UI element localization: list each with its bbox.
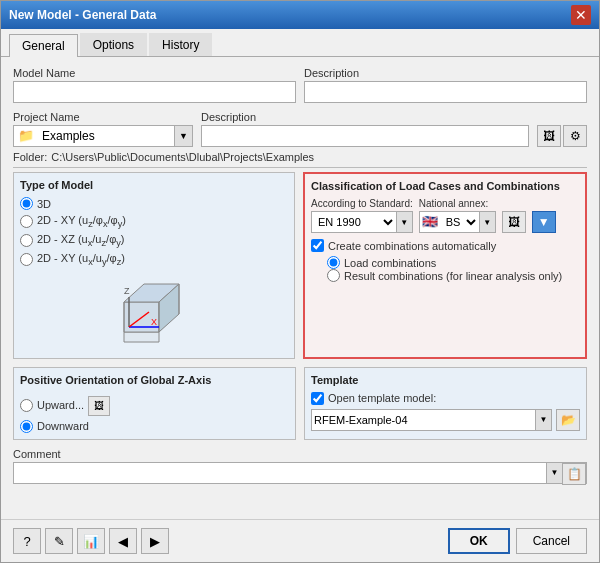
template-browse-btn[interactable]: 📂	[556, 409, 580, 431]
project-select[interactable]: Examples	[38, 126, 174, 146]
project-desc-input[interactable]: Sample structures	[201, 125, 529, 147]
tab-options[interactable]: Options	[80, 33, 147, 56]
radio-2d-xz-row: 2D - XZ (ux/uz/φy)	[20, 233, 288, 248]
footer-icon-buttons: ? ✎ 📊 ◀ ▶	[13, 528, 169, 554]
open-template-row: Open template model:	[311, 392, 580, 405]
help-btn[interactable]: ?	[13, 528, 41, 554]
window-title: New Model - General Data	[9, 8, 156, 22]
project-select-wrapper: 📁 Examples ▼	[13, 125, 193, 147]
combination-type-group: Load combinations Result combinations (f…	[327, 256, 579, 282]
standard-label: According to Standard:	[311, 198, 413, 209]
type-of-model-title: Type of Model	[20, 179, 288, 191]
classification-panel: Classification of Load Cases and Combina…	[303, 172, 587, 359]
standard-row: According to Standard: EN 1990 ▼ Nationa…	[311, 198, 579, 233]
bottom-panels: Positive Orientation of Global Z-Axis Up…	[13, 367, 587, 440]
radio-2d-xy2-row: 2D - XY (ux/uy/φz)	[20, 252, 288, 267]
radio-2d-xz-label: 2D - XZ (ux/uz/φy)	[37, 233, 125, 248]
model-name-input[interactable]	[13, 81, 296, 103]
template-select[interactable]: RFEM-Example-04	[312, 410, 535, 430]
model-type-radio-group: 3D 2D - XY (uz/φx/φy) 2D - XZ (ux/uz/φy)…	[20, 197, 288, 268]
description-input[interactable]	[304, 81, 587, 103]
main-window: New Model - General Data ✕ General Optio…	[0, 0, 600, 563]
project-select-arrow[interactable]: ▼	[174, 126, 192, 146]
tab-history[interactable]: History	[149, 33, 212, 56]
create-combinations-checkbox[interactable]	[311, 239, 324, 252]
chart-btn[interactable]: 📊	[77, 528, 105, 554]
radio-2d-xz[interactable]	[20, 234, 33, 247]
radio-2d-xy-row: 2D - XY (uz/φx/φy)	[20, 214, 288, 229]
svg-text:Z: Z	[124, 286, 130, 296]
upward-row: Upward... 🖼	[20, 396, 289, 416]
tab-bar: General Options History	[1, 29, 599, 57]
svg-marker-1	[124, 332, 159, 342]
open-template-checkbox[interactable]	[311, 392, 324, 405]
radio-result-combinations[interactable]	[327, 269, 340, 282]
z-axis-title: Positive Orientation of Global Z-Axis	[20, 374, 289, 386]
forward-btn[interactable]: ▶	[141, 528, 169, 554]
close-button[interactable]: ✕	[571, 5, 591, 25]
project-browse-btn[interactable]: 🖼	[537, 125, 561, 147]
svg-text:X: X	[151, 317, 157, 327]
title-bar: New Model - General Data ✕	[1, 1, 599, 29]
project-settings-btn[interactable]: ⚙	[563, 125, 587, 147]
template-panel: Template Open template model: RFEM-Examp…	[304, 367, 587, 440]
tab-general[interactable]: General	[9, 34, 78, 57]
model-name-label: Model Name	[13, 67, 296, 79]
comment-input-wrapper: ▼ 📋	[13, 462, 587, 484]
comment-btn[interactable]: 📋	[562, 463, 586, 485]
radio-upward[interactable]	[20, 399, 33, 412]
folder-label: Folder:	[13, 151, 47, 163]
annex-select[interactable]: BS	[440, 212, 479, 232]
project-desc-label: Description	[201, 111, 529, 123]
annex-flag: 🇬🇧	[420, 212, 440, 232]
radio-2d-xy2-label: 2D - XY (ux/uy/φz)	[37, 252, 125, 267]
result-combinations-label: Result combinations (for linear analysis…	[344, 270, 562, 282]
z-axis-panel: Positive Orientation of Global Z-Axis Up…	[13, 367, 296, 440]
comment-dropdown-arrow[interactable]: ▼	[546, 463, 562, 483]
cancel-button[interactable]: Cancel	[516, 528, 587, 554]
standard-select-arrow[interactable]: ▼	[396, 212, 412, 232]
radio-downward[interactable]	[20, 420, 33, 433]
radio-2d-xy[interactable]	[20, 215, 33, 228]
template-select-arrow[interactable]: ▼	[535, 410, 551, 430]
project-name-label: Project Name	[13, 111, 193, 123]
ok-button[interactable]: OK	[448, 528, 510, 554]
project-name-group: Project Name 📁 Examples ▼	[13, 111, 193, 147]
standard-filter-btn[interactable]: ▼	[532, 211, 556, 233]
description-group: Description	[304, 67, 587, 103]
model-name-group: Model Name	[13, 67, 296, 103]
project-desc-group: Description Sample structures	[201, 111, 529, 147]
radio-3d[interactable]	[20, 197, 33, 210]
standard-group: According to Standard: EN 1990 ▼	[311, 198, 413, 233]
footer: ? ✎ 📊 ◀ ▶ OK Cancel	[1, 519, 599, 562]
divider-1	[13, 167, 587, 168]
z-axis-icon-btn[interactable]: 🖼	[88, 396, 110, 416]
annex-select-wrapper: 🇬🇧 BS ▼	[419, 211, 496, 233]
template-select-row: RFEM-Example-04 ▼ 📂	[311, 409, 580, 431]
radio-2d-xy2[interactable]	[20, 253, 33, 266]
annex-group: National annex: 🇬🇧 BS ▼	[419, 198, 496, 233]
footer-action-buttons: OK Cancel	[448, 528, 587, 554]
standard-select[interactable]: EN 1990	[312, 212, 396, 232]
downward-label: Downward	[37, 420, 89, 432]
standard-settings-btn[interactable]: 🖼	[502, 211, 526, 233]
project-icon-buttons: 🖼 ⚙	[537, 125, 587, 147]
comment-section: Comment ▼ 📋	[13, 448, 587, 484]
z-axis-radio-group: Upward... 🖼 Downward	[20, 392, 289, 433]
back-btn[interactable]: ◀	[109, 528, 137, 554]
radio-load-combinations[interactable]	[327, 256, 340, 269]
model-name-row: Model Name Description	[13, 67, 587, 103]
classification-title: Classification of Load Cases and Combina…	[311, 180, 579, 192]
type-of-model-panel: Type of Model 3D 2D - XY (uz/φx/φy) 2D -…	[13, 172, 295, 359]
comment-input[interactable]	[14, 463, 546, 485]
annex-select-arrow[interactable]: ▼	[479, 212, 495, 232]
radio-2d-xy-label: 2D - XY (uz/φx/φy)	[37, 214, 126, 229]
folder-path: C:\Users\Public\Documents\Dlubal\Project…	[51, 151, 587, 163]
model-3d-illustration: Z X	[20, 272, 288, 352]
main-panels: Type of Model 3D 2D - XY (uz/φx/φy) 2D -…	[13, 172, 587, 359]
template-select-wrapper: RFEM-Example-04 ▼	[311, 409, 552, 431]
edit-btn[interactable]: ✎	[45, 528, 73, 554]
create-combinations-label: Create combinations automatically	[328, 240, 496, 252]
standard-select-wrapper: EN 1990 ▼	[311, 211, 413, 233]
result-combinations-row: Result combinations (for linear analysis…	[327, 269, 579, 282]
